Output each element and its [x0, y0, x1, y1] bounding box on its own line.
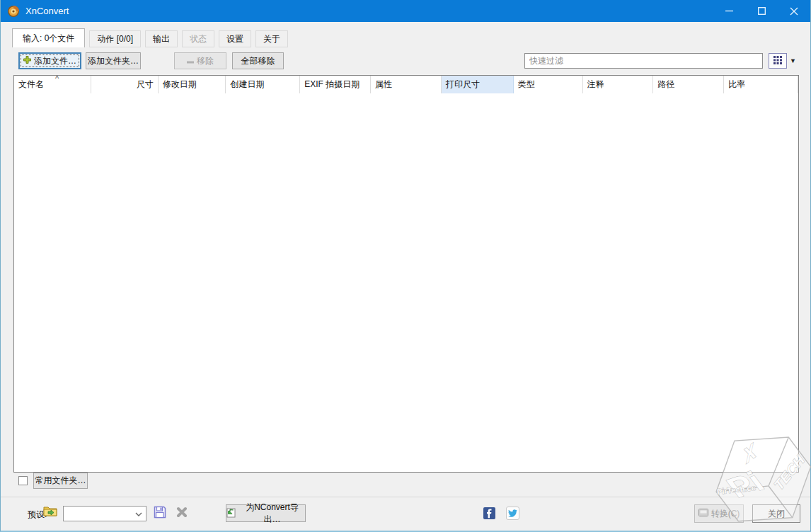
- column-header-label: 创建日期: [230, 79, 264, 91]
- remove-label: 移除: [197, 55, 214, 67]
- remove-all-button[interactable]: 全部移除: [232, 52, 284, 69]
- facebook-icon[interactable]: [483, 507, 495, 519]
- export-icon: [226, 507, 236, 520]
- preset-delete-button: [174, 505, 190, 521]
- minus-icon: [187, 56, 194, 66]
- table-header-row: 文件名^尺寸修改日期创建日期EXIF 拍摄日期属性打印尺寸类型注释路径比率: [14, 76, 798, 93]
- column-header-5[interactable]: 属性: [371, 76, 442, 93]
- close-button[interactable]: [778, 0, 810, 22]
- preset-combobox[interactable]: [63, 506, 146, 521]
- tab-actions[interactable]: 动作 [0/0]: [89, 30, 141, 47]
- column-header-4[interactable]: EXIF 拍摄日期: [300, 76, 371, 93]
- remove-all-label: 全部移除: [241, 55, 275, 67]
- export-nconvert-button[interactable]: 为NConvert导出…: [226, 504, 306, 522]
- preset-folder-button[interactable]: [42, 504, 59, 520]
- maximize-button[interactable]: [745, 0, 778, 22]
- tab-bar: 输入: 0个文件 动作 [0/0] 输出 状态 设置 关于: [12, 28, 288, 47]
- preset-save-button[interactable]: [152, 505, 168, 521]
- convert-icon: [698, 509, 708, 519]
- tab-input[interactable]: 输入: 0个文件: [12, 28, 85, 47]
- column-header-label: 文件名: [18, 79, 44, 91]
- column-header-label: 类型: [518, 79, 535, 91]
- column-header-label: 属性: [375, 79, 392, 91]
- add-folder-label: 添加文件夹…: [88, 55, 139, 67]
- close-dialog-button[interactable]: 关闭: [752, 504, 800, 523]
- column-header-0[interactable]: 文件名^: [14, 76, 91, 93]
- plus-icon: [23, 56, 31, 66]
- column-header-7[interactable]: 类型: [514, 76, 583, 93]
- column-header-1[interactable]: 尺寸: [91, 76, 159, 93]
- column-header-6[interactable]: 打印尺寸: [442, 76, 514, 93]
- convert-button: 转换(C): [694, 504, 744, 523]
- chevron-down-icon: ▼: [790, 57, 796, 64]
- column-header-label: 路径: [657, 79, 674, 91]
- save-icon: [154, 506, 166, 521]
- add-files-button[interactable]: 添加文件…: [18, 52, 81, 69]
- xnconvert-window: XnConvert 输入: 0个文件 动作 [0/0] 输出 状态 设置 关于 …: [0, 0, 811, 532]
- export-button-label: 为NConvert导出…: [239, 502, 305, 526]
- add-files-label: 添加文件…: [34, 55, 76, 67]
- titlebar[interactable]: XnConvert: [1, 0, 810, 22]
- twitter-icon[interactable]: [506, 507, 519, 520]
- grid-view-dropdown-arrow[interactable]: ▼: [788, 53, 798, 69]
- column-header-10[interactable]: 比率: [724, 76, 798, 93]
- status-bar: 预设:: [1, 497, 810, 531]
- delete-x-icon: [176, 507, 188, 520]
- favorites-button[interactable]: 常用文件夹…: [33, 473, 88, 489]
- column-header-label: 打印尺寸: [446, 79, 480, 91]
- column-header-label: 注释: [587, 79, 604, 91]
- convert-button-label: 转换(C): [711, 508, 740, 520]
- tab-about[interactable]: 关于: [255, 30, 288, 47]
- folder-icon: [43, 505, 57, 519]
- close-button-label: 关闭: [768, 508, 785, 520]
- tab-settings[interactable]: 设置: [219, 30, 251, 47]
- window-controls: [713, 0, 810, 22]
- window-title: XnConvert: [25, 6, 69, 16]
- tab-status: 状态: [182, 30, 214, 47]
- column-header-3[interactable]: 创建日期: [226, 76, 300, 93]
- remove-button: 移除: [174, 52, 226, 69]
- tab-output[interactable]: 输出: [145, 30, 178, 47]
- column-header-label: EXIF 拍摄日期: [304, 79, 360, 91]
- grid-view-button[interactable]: [769, 53, 787, 69]
- sort-ascending-icon: ^: [55, 76, 59, 83]
- toolbar: 添加文件… 添加文件夹… 移除 全部移除: [1, 52, 810, 70]
- app-icon: [7, 5, 20, 18]
- chevron-down-icon: [135, 509, 142, 519]
- column-header-label: 修改日期: [163, 79, 197, 91]
- favorites-checkbox[interactable]: [18, 476, 28, 485]
- grid-icon: [773, 55, 783, 67]
- minimize-button[interactable]: [713, 0, 745, 22]
- file-table[interactable]: 文件名^尺寸修改日期创建日期EXIF 拍摄日期属性打印尺寸类型注释路径比率: [13, 75, 799, 473]
- column-header-9[interactable]: 路径: [653, 76, 724, 93]
- column-header-8[interactable]: 注释: [583, 76, 654, 93]
- favorites-button-label: 常用文件夹…: [35, 475, 86, 487]
- column-header-label: 尺寸: [137, 79, 154, 91]
- favorites-row: 常用文件夹…: [1, 473, 810, 491]
- add-folder-button[interactable]: 添加文件夹…: [86, 52, 141, 69]
- quick-filter-input[interactable]: [524, 53, 763, 69]
- column-header-2[interactable]: 修改日期: [159, 76, 226, 93]
- column-header-label: 比率: [728, 79, 745, 91]
